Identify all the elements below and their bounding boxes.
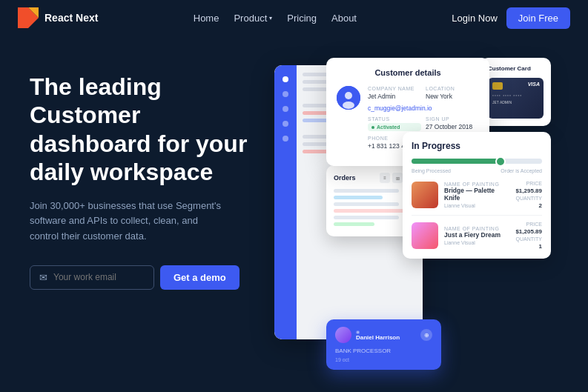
progress-label-left: Being Processed <box>412 168 451 173</box>
email-value: c_muggie@jetadmin.io <box>368 104 479 112</box>
ccb-label: ◉ <box>356 329 416 334</box>
demo-button[interactable]: Get a demo <box>160 265 240 290</box>
order-price-1: $1,295.89 <box>515 187 542 194</box>
order-price-label-2: PRICE <box>526 222 542 227</box>
nav-about[interactable]: About <box>331 13 357 24</box>
logo: React Next <box>18 7 98 28</box>
hero-right: Customer details COMPANY NAME Jet Admin <box>252 58 558 392</box>
progress-bar <box>412 159 542 164</box>
status-badge: Activated <box>368 123 421 131</box>
ccb-name: Daniel Harrison <box>356 334 416 341</box>
order-thumb-1 <box>412 182 438 208</box>
order-line-4 <box>334 209 407 213</box>
order-qty-label-1: QUANTITY <box>516 196 542 201</box>
email-icon: ✉ <box>39 272 47 283</box>
chevron-down-icon: ▾ <box>269 15 272 21</box>
order-details-1: NAME OF PAINTING Bridge — Palette Knife … <box>444 182 509 208</box>
customer-details-title: Customer details <box>337 68 479 77</box>
progress-fill <box>412 159 503 164</box>
nav-home[interactable]: Home <box>194 13 219 24</box>
order-name-1: Bridge — Palette Knife <box>444 187 509 202</box>
status-dot <box>371 126 374 129</box>
date-label: SIGN UP <box>426 116 479 122</box>
customer-card-title: Customer Card <box>488 65 544 72</box>
order-meta-1: PRICE $1,295.89 QUANTITY 2 <box>515 181 542 209</box>
ccb-amount: BANK PROCESSOR <box>335 348 432 354</box>
order-line-3 <box>334 202 399 206</box>
hero-title: The leading Customer dashboard for your … <box>30 73 267 187</box>
navbar: React Next Home Product ▾ Pricing About … <box>0 0 588 36</box>
dash-sidebar <box>274 65 297 339</box>
ccb-avatar <box>335 327 351 343</box>
order-line-5 <box>334 216 399 219</box>
join-button[interactable]: Join Free <box>506 7 570 29</box>
sidebar-dot-5 <box>283 136 288 142</box>
company-value: Jet Admin <box>368 93 421 100</box>
order-line-1 <box>334 189 399 193</box>
order-price-label-1: PRICE <box>526 181 542 186</box>
field-company: COMPANY NAME Jet Admin <box>368 86 421 100</box>
orders-filter-btn[interactable]: ≡ <box>380 173 390 183</box>
customer-card-bottom: ◉ Daniel Harrison ⊕ BANK PROCESSOR 19 oc… <box>326 319 441 370</box>
card-brand: VISA <box>528 82 540 87</box>
email-input-wrapper[interactable]: ✉ <box>30 265 154 290</box>
hero-form: ✉ Get a demo <box>30 265 267 290</box>
svg-point-4 <box>343 102 354 109</box>
login-button[interactable]: Login Now <box>452 13 497 24</box>
company-label: COMPANY NAME <box>368 86 421 91</box>
avatar-icon <box>337 86 360 110</box>
ccb-date: 19 oct <box>335 357 432 362</box>
order-price-2: $1,205.89 <box>515 228 542 235</box>
order-qty-2: 1 <box>539 243 542 250</box>
svg-point-3 <box>345 92 352 99</box>
status-label: STATUS <box>368 116 421 122</box>
nav-pricing[interactable]: Pricing <box>287 13 317 24</box>
logo-text: React Next <box>44 12 98 24</box>
in-progress-title: In Progress <box>412 141 542 151</box>
logo-icon <box>18 7 39 28</box>
order-maker-label-2: NAME OF PAINTING <box>444 226 509 231</box>
progress-labels: Being Processed Order is Accepted <box>412 168 542 173</box>
order-thumb-2 <box>412 222 438 249</box>
order-qty-label-2: QUANTITY <box>516 236 542 242</box>
progress-label-right: Order is Accepted <box>501 168 542 173</box>
nav-links: Home Product ▾ Pricing About <box>194 13 357 24</box>
sidebar-dot-1 <box>283 76 288 82</box>
nav-product[interactable]: Product ▾ <box>234 13 272 24</box>
field-status: STATUS Activated <box>368 116 421 131</box>
ccb-info: ◉ Daniel Harrison <box>356 329 416 341</box>
card-chip <box>492 82 503 90</box>
orders-view-btn[interactable]: ⊞ <box>392 173 403 183</box>
ccb-header: ◉ Daniel Harrison ⊕ <box>335 327 432 343</box>
field-date: SIGN UP 27 October 2018 <box>426 116 479 131</box>
hero-section: The leading Customer dashboard for your … <box>0 36 588 392</box>
sidebar-dot-2 <box>283 91 288 97</box>
location-value: New York <box>426 93 479 100</box>
order-seller-1: Lianne Visual <box>444 203 509 208</box>
hero-left: The leading Customer dashboard for your … <box>30 58 267 392</box>
ccb-avatar-inner <box>335 327 351 343</box>
sidebar-dot-4 <box>283 121 288 127</box>
email-input[interactable] <box>53 272 145 282</box>
order-line-2 <box>334 196 383 199</box>
order-name-2: Just a Fiery Dream <box>444 231 509 239</box>
customer-avatar <box>337 86 360 110</box>
in-progress-panel: In Progress Being Processed Order is Acc… <box>403 132 551 259</box>
order-line-6 <box>334 222 374 226</box>
field-location: LOCATION New York <box>426 86 479 100</box>
nav-right: Login Now Join Free <box>452 7 570 29</box>
hero-subtitle: Join 30,000+ businesses that use Segment… <box>30 199 222 245</box>
ccb-icon: ⊕ <box>420 329 432 341</box>
order-details-2: NAME OF PAINTING Just a Fiery Dream Lian… <box>444 226 509 245</box>
card-name: JET ADMIN <box>492 100 539 104</box>
customer-card-panel: Customer Card **** **** **** JET ADMIN V… <box>480 58 551 126</box>
sidebar-dot-3 <box>283 106 288 112</box>
order-qty-1: 2 <box>539 202 542 209</box>
field-email: c_muggie@jetadmin.io <box>368 104 479 112</box>
order-meta-2: PRICE $1,205.89 QUANTITY 1 <box>515 222 542 250</box>
order-maker-label-1: NAME OF PAINTING <box>444 182 509 187</box>
date-value: 27 October 2018 <box>426 123 479 130</box>
order-item-1: NAME OF PAINTING Bridge — Palette Knife … <box>412 181 542 216</box>
order-seller-2: Lianne Visual <box>444 240 509 245</box>
order-item-2: NAME OF PAINTING Just a Fiery Dream Lian… <box>412 222 542 250</box>
